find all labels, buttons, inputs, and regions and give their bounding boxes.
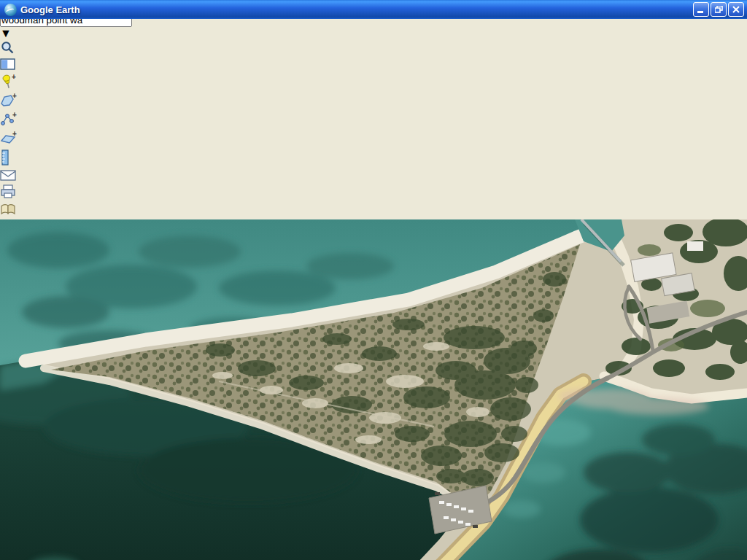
email-button[interactable]	[0, 168, 747, 184]
toolbar: ▼ + + + +	[0, 13, 747, 219]
open-map-book-icon	[0, 202, 18, 217]
combo-dropdown-arrow-icon[interactable]: ▼	[0, 27, 747, 40]
satellite-imagery	[0, 219, 747, 560]
add-placemark-button[interactable]: +	[0, 74, 747, 93]
close-button[interactable]	[728, 2, 744, 17]
search-button[interactable]	[0, 40, 747, 58]
google-earth-window: Google Earth File Edit View Tools Add He…	[0, 0, 747, 560]
svg-text:+: +	[12, 112, 17, 119]
view-in-maps-button[interactable]	[0, 202, 747, 219]
print-button[interactable]	[0, 184, 747, 202]
email-icon	[0, 168, 16, 182]
minimize-button[interactable]	[693, 2, 709, 17]
restore-button[interactable]	[711, 2, 727, 17]
add-polygon-button[interactable]: +	[0, 93, 747, 112]
add-image-overlay-button[interactable]: +	[0, 131, 747, 149]
ruler-icon	[0, 149, 10, 166]
sidebar-toggle-icon	[0, 58, 16, 71]
add-image-overlay-icon: +	[0, 131, 18, 147]
add-placemark-icon: +	[0, 74, 16, 90]
svg-text:+: +	[12, 74, 16, 81]
map-viewport[interactable]: This didnt exist Groynes started here in…	[0, 219, 747, 560]
print-icon	[0, 184, 16, 199]
add-path-button[interactable]: +	[0, 112, 747, 131]
window-title: Google Earth	[20, 4, 80, 15]
magnifier-icon	[0, 40, 15, 55]
sidebar-toggle-button[interactable]	[0, 58, 747, 74]
add-path-icon: +	[0, 112, 18, 128]
ruler-button[interactable]	[0, 149, 747, 168]
svg-text:+: +	[12, 131, 17, 138]
svg-text:+: +	[12, 93, 17, 100]
title-bar: Google Earth	[0, 0, 747, 19]
add-polygon-icon: +	[0, 93, 18, 109]
app-globe-icon	[4, 4, 17, 16]
